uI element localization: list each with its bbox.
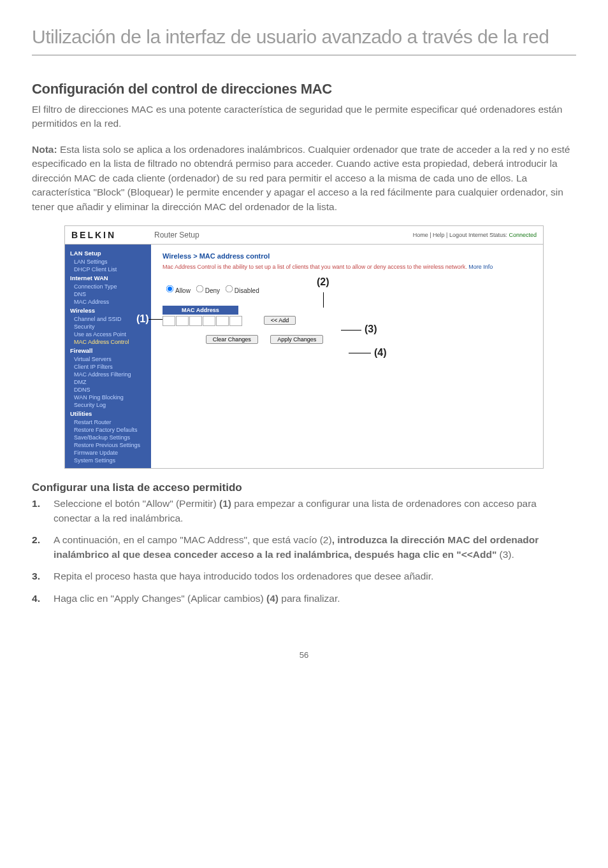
mode-radio-group: Allow Deny Disabled bbox=[163, 283, 532, 294]
sidebar-item-firmware[interactable]: Firmware Update bbox=[65, 449, 151, 457]
note-body: Esta lista solo se aplica a los ordenado… bbox=[32, 144, 570, 212]
sidebar-item-system[interactable]: System Settings bbox=[65, 457, 151, 464]
sidebar-nav: LAN Setup LAN Settings DHCP Client List … bbox=[65, 245, 151, 468]
more-info-link[interactable]: More Info bbox=[468, 264, 493, 270]
callout-line-4 bbox=[349, 353, 371, 353]
callout-line-3 bbox=[341, 330, 361, 331]
page-title: Utilización de la interfaz de usuario av… bbox=[32, 25, 576, 48]
mac-input-group bbox=[163, 316, 243, 326]
step-1-ref: (1) bbox=[219, 498, 231, 509]
page-number: 56 bbox=[32, 650, 576, 660]
step-2-text-a: A continuación, en el campo "MAC Address… bbox=[54, 534, 332, 545]
sidebar-cat-firewall: Firewall bbox=[65, 346, 151, 355]
step-2-text-c: (3). bbox=[496, 549, 514, 560]
sidebar-item-client-filters[interactable]: Client IP Filters bbox=[65, 363, 151, 371]
mac-table-header: MAC Address bbox=[163, 306, 238, 315]
feature-description: Mac Address Control is the ability to se… bbox=[163, 264, 532, 271]
brand-logo: BELKIN bbox=[71, 230, 154, 240]
sidebar-item-dns[interactable]: DNS bbox=[65, 290, 151, 298]
section-heading: Configuración del control de direcciones… bbox=[32, 81, 576, 97]
mac-octet-2[interactable] bbox=[176, 316, 189, 326]
sidebar-item-restart[interactable]: Restart Router bbox=[65, 418, 151, 426]
radio-allow-input[interactable] bbox=[166, 285, 174, 293]
sidebar-item-restore-prev[interactable]: Restore Previous Settings bbox=[65, 441, 151, 449]
sidebar-item-ap[interactable]: Use as Access Point bbox=[65, 331, 151, 338]
step-1-text-a: Seleccione el botón "Allow" (Permitir) bbox=[54, 498, 219, 509]
sidebar-item-dhcp[interactable]: DHCP Client List bbox=[65, 266, 151, 273]
step-4: Haga clic en "Apply Changes" (Aplicar ca… bbox=[54, 592, 576, 606]
sidebar-item-virtual-servers[interactable]: Virtual Servers bbox=[65, 355, 151, 363]
note-label: Nota: bbox=[32, 144, 57, 155]
sidebar-item-restore-defaults[interactable]: Restore Factory Defaults bbox=[65, 426, 151, 434]
sidebar-item-wan-ping[interactable]: WAN Ping Blocking bbox=[65, 394, 151, 401]
callout-3: (3) bbox=[365, 324, 377, 335]
sidebar-item-mac-address[interactable]: MAC Address bbox=[65, 298, 151, 306]
sidebar-cat-utilities: Utilities bbox=[65, 409, 151, 418]
mac-table: MAC Address << Add bbox=[163, 306, 296, 326]
figure-main: Wireless > MAC address control Mac Addre… bbox=[151, 245, 543, 468]
router-ui-screenshot: BELKIN Router Setup Home | Help | Logout… bbox=[64, 225, 544, 469]
radio-deny-input[interactable] bbox=[196, 285, 203, 293]
steps-list: Seleccione el botón "Allow" (Permitir) (… bbox=[32, 497, 576, 606]
sidebar-item-mac-control[interactable]: MAC Address Control bbox=[65, 338, 151, 346]
sidebar-item-lan-settings[interactable]: LAN Settings bbox=[65, 258, 151, 266]
sidebar-item-channel[interactable]: Channel and SSID bbox=[65, 315, 151, 323]
figure-header: BELKIN Router Setup Home | Help | Logout… bbox=[65, 226, 543, 245]
sidebar-item-security-log[interactable]: Security Log bbox=[65, 401, 151, 409]
sidebar-item-ddns[interactable]: DDNS bbox=[65, 386, 151, 394]
callout-line-2 bbox=[323, 292, 324, 308]
breadcrumb: Wireless > MAC address control bbox=[163, 252, 532, 260]
sidebar-item-mac-filtering[interactable]: MAC Address Filtering bbox=[65, 371, 151, 378]
radio-deny-label: Deny bbox=[205, 287, 220, 294]
step-4-ref: (4) bbox=[266, 593, 279, 604]
desc-text: Mac Address Control is the ability to se… bbox=[163, 264, 468, 270]
clear-changes-button[interactable]: Clear Changes bbox=[206, 335, 258, 344]
radio-allow[interactable]: Allow bbox=[163, 287, 191, 294]
step-2: A continuación, en el campo "MAC Address… bbox=[54, 533, 576, 562]
sidebar-item-security[interactable]: Security bbox=[65, 323, 151, 331]
intro-paragraph: El filtro de direcciones MAC es una pote… bbox=[32, 103, 576, 131]
mac-octet-3[interactable] bbox=[189, 316, 202, 326]
action-buttons: Clear Changes Apply Changes bbox=[163, 335, 366, 344]
radio-deny[interactable]: Deny bbox=[192, 287, 220, 294]
sidebar-cat-wireless: Wireless bbox=[65, 306, 151, 315]
radio-disabled-label: Disabled bbox=[235, 287, 259, 294]
mac-octet-1[interactable] bbox=[163, 316, 175, 326]
radio-disabled[interactable]: Disabled bbox=[222, 287, 259, 294]
step-1: Seleccione el botón "Allow" (Permitir) (… bbox=[54, 497, 576, 525]
radio-allow-label: Allow bbox=[175, 287, 191, 294]
sidebar-item-dmz[interactable]: DMZ bbox=[65, 378, 151, 386]
callout-4: (4) bbox=[374, 347, 387, 359]
add-button[interactable]: << Add bbox=[264, 316, 296, 325]
radio-disabled-input[interactable] bbox=[225, 285, 233, 293]
subsection-heading: Configurar una lista de acceso permitido bbox=[32, 481, 576, 494]
step-4-text-a: Haga clic en "Apply Changes" (Aplicar ca… bbox=[54, 593, 266, 604]
sidebar-item-save-backup[interactable]: Save/Backup Settings bbox=[65, 434, 151, 441]
header-links-text: Home | Help | Logout Internet Status: bbox=[413, 232, 507, 238]
mac-octet-4[interactable] bbox=[203, 316, 215, 326]
step-3: Repita el proceso hasta que haya introdu… bbox=[54, 569, 576, 583]
title-rule bbox=[32, 55, 576, 55]
step-4-text-b: para finalizar. bbox=[279, 593, 340, 604]
sidebar-item-conn-type[interactable]: Connection Type bbox=[65, 283, 151, 290]
mac-octet-6[interactable] bbox=[229, 316, 242, 326]
mac-octet-5[interactable] bbox=[216, 316, 229, 326]
note-paragraph: Nota: Esta lista solo se aplica a los or… bbox=[32, 143, 576, 214]
sidebar-cat-wan: Internet WAN bbox=[65, 273, 151, 283]
sidebar-cat-lan: LAN Setup bbox=[65, 248, 151, 258]
apply-changes-button[interactable]: Apply Changes bbox=[270, 335, 323, 344]
internet-status: Connected bbox=[507, 232, 537, 238]
router-setup-title: Router Setup bbox=[154, 231, 413, 239]
header-links[interactable]: Home | Help | Logout Internet Status: Co… bbox=[413, 232, 537, 238]
